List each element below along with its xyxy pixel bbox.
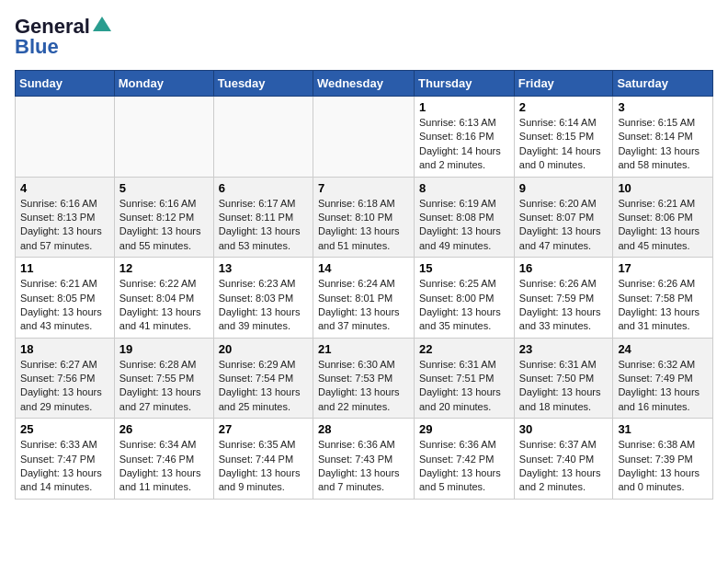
header-day: Sunday [16, 71, 115, 97]
day-info: Sunrise: 6:25 AM Sunset: 8:00 PM Dayligh… [419, 277, 509, 334]
calendar-row: 18Sunrise: 6:27 AM Sunset: 7:56 PM Dayli… [16, 338, 713, 419]
calendar-cell: 12Sunrise: 6:22 AM Sunset: 8:04 PM Dayli… [114, 258, 213, 339]
calendar-row: 4Sunrise: 6:16 AM Sunset: 8:13 PM Daylig… [16, 177, 713, 258]
calendar-cell: 14Sunrise: 6:24 AM Sunset: 8:01 PM Dayli… [313, 258, 414, 339]
day-number: 18 [20, 342, 109, 356]
calendar-cell: 10Sunrise: 6:21 AM Sunset: 8:06 PM Dayli… [613, 177, 713, 258]
calendar-cell: 19Sunrise: 6:28 AM Sunset: 7:55 PM Dayli… [114, 338, 213, 419]
header-day: Thursday [415, 71, 515, 97]
day-info: Sunrise: 6:20 AM Sunset: 8:07 PM Dayligh… [519, 197, 609, 254]
day-info: Sunrise: 6:14 AM Sunset: 8:15 PM Dayligh… [519, 116, 609, 173]
day-info: Sunrise: 6:27 AM Sunset: 7:56 PM Dayligh… [20, 358, 109, 415]
day-info: Sunrise: 6:13 AM Sunset: 8:16 PM Dayligh… [419, 116, 509, 173]
day-number: 9 [519, 181, 609, 195]
day-number: 23 [519, 342, 609, 356]
calendar-cell: 4Sunrise: 6:16 AM Sunset: 8:13 PM Daylig… [16, 177, 115, 258]
day-number: 20 [219, 342, 308, 356]
day-number: 7 [318, 181, 409, 195]
day-info: Sunrise: 6:31 AM Sunset: 7:51 PM Dayligh… [419, 358, 509, 415]
day-info: Sunrise: 6:16 AM Sunset: 8:13 PM Dayligh… [20, 197, 109, 254]
day-info: Sunrise: 6:15 AM Sunset: 8:14 PM Dayligh… [618, 116, 708, 173]
calendar-cell: 16Sunrise: 6:26 AM Sunset: 7:59 PM Dayli… [514, 258, 613, 339]
calendar-cell: 25Sunrise: 6:33 AM Sunset: 7:47 PM Dayli… [16, 419, 115, 500]
day-info: Sunrise: 6:29 AM Sunset: 7:54 PM Dayligh… [219, 358, 308, 415]
day-info: Sunrise: 6:38 AM Sunset: 7:39 PM Dayligh… [618, 438, 708, 495]
header-day: Monday [114, 71, 213, 97]
calendar-cell: 7Sunrise: 6:18 AM Sunset: 8:10 PM Daylig… [313, 177, 414, 258]
header-day: Friday [514, 71, 613, 97]
calendar-row: 25Sunrise: 6:33 AM Sunset: 7:47 PM Dayli… [16, 419, 713, 500]
calendar-cell: 30Sunrise: 6:37 AM Sunset: 7:40 PM Dayli… [514, 419, 613, 500]
day-info: Sunrise: 6:22 AM Sunset: 8:04 PM Dayligh… [119, 277, 209, 334]
day-number: 12 [119, 261, 209, 275]
day-number: 26 [119, 422, 209, 436]
calendar-cell: 11Sunrise: 6:21 AM Sunset: 8:05 PM Dayli… [16, 258, 115, 339]
day-number: 30 [519, 422, 609, 436]
calendar-cell: 15Sunrise: 6:25 AM Sunset: 8:00 PM Dayli… [415, 258, 515, 339]
calendar-cell: 2Sunrise: 6:14 AM Sunset: 8:15 PM Daylig… [514, 97, 613, 178]
header: General Blue [15, 15, 713, 59]
logo: General Blue [15, 15, 112, 59]
logo-icon [92, 15, 112, 35]
day-info: Sunrise: 6:21 AM Sunset: 8:05 PM Dayligh… [20, 277, 109, 334]
day-number: 13 [219, 261, 308, 275]
day-info: Sunrise: 6:17 AM Sunset: 8:11 PM Dayligh… [219, 197, 308, 254]
calendar-cell: 20Sunrise: 6:29 AM Sunset: 7:54 PM Dayli… [213, 338, 313, 419]
day-number: 14 [318, 261, 409, 275]
calendar-cell: 8Sunrise: 6:19 AM Sunset: 8:08 PM Daylig… [415, 177, 515, 258]
header-row: SundayMondayTuesdayWednesdayThursdayFrid… [16, 71, 713, 97]
calendar-cell: 3Sunrise: 6:15 AM Sunset: 8:14 PM Daylig… [613, 97, 713, 178]
calendar-cell: 27Sunrise: 6:35 AM Sunset: 7:44 PM Dayli… [213, 419, 313, 500]
calendar-body: 1Sunrise: 6:13 AM Sunset: 8:16 PM Daylig… [16, 97, 713, 500]
day-info: Sunrise: 6:36 AM Sunset: 7:43 PM Dayligh… [318, 438, 409, 495]
calendar-cell: 28Sunrise: 6:36 AM Sunset: 7:43 PM Dayli… [313, 419, 414, 500]
day-number: 6 [219, 181, 308, 195]
day-number: 3 [618, 100, 708, 114]
day-number: 4 [20, 181, 109, 195]
header-day: Wednesday [313, 71, 414, 97]
calendar-row: 11Sunrise: 6:21 AM Sunset: 8:05 PM Dayli… [16, 258, 713, 339]
day-info: Sunrise: 6:35 AM Sunset: 7:44 PM Dayligh… [219, 438, 308, 495]
calendar-cell [313, 97, 414, 178]
calendar-table: SundayMondayTuesdayWednesdayThursdayFrid… [15, 70, 713, 500]
day-number: 27 [219, 422, 308, 436]
calendar-cell: 21Sunrise: 6:30 AM Sunset: 7:53 PM Dayli… [313, 338, 414, 419]
calendar-cell: 22Sunrise: 6:31 AM Sunset: 7:51 PM Dayli… [415, 338, 515, 419]
calendar-cell: 29Sunrise: 6:36 AM Sunset: 7:42 PM Dayli… [415, 419, 515, 500]
calendar-cell: 6Sunrise: 6:17 AM Sunset: 8:11 PM Daylig… [213, 177, 313, 258]
calendar-cell: 13Sunrise: 6:23 AM Sunset: 8:03 PM Dayli… [213, 258, 313, 339]
day-number: 8 [419, 181, 509, 195]
calendar-cell: 17Sunrise: 6:26 AM Sunset: 7:58 PM Dayli… [613, 258, 713, 339]
day-number: 28 [318, 422, 409, 436]
svg-marker-0 [93, 17, 111, 31]
day-info: Sunrise: 6:31 AM Sunset: 7:50 PM Dayligh… [519, 358, 609, 415]
calendar-cell: 9Sunrise: 6:20 AM Sunset: 8:07 PM Daylig… [514, 177, 613, 258]
logo-blue: Blue [15, 35, 59, 59]
day-info: Sunrise: 6:37 AM Sunset: 7:40 PM Dayligh… [519, 438, 609, 495]
calendar-cell [16, 97, 115, 178]
calendar-cell: 1Sunrise: 6:13 AM Sunset: 8:16 PM Daylig… [415, 97, 515, 178]
day-info: Sunrise: 6:28 AM Sunset: 7:55 PM Dayligh… [119, 358, 209, 415]
day-info: Sunrise: 6:18 AM Sunset: 8:10 PM Dayligh… [318, 197, 409, 254]
calendar-cell: 18Sunrise: 6:27 AM Sunset: 7:56 PM Dayli… [16, 338, 115, 419]
day-info: Sunrise: 6:30 AM Sunset: 7:53 PM Dayligh… [318, 358, 409, 415]
day-info: Sunrise: 6:33 AM Sunset: 7:47 PM Dayligh… [20, 438, 109, 495]
calendar-cell: 24Sunrise: 6:32 AM Sunset: 7:49 PM Dayli… [613, 338, 713, 419]
day-info: Sunrise: 6:23 AM Sunset: 8:03 PM Dayligh… [219, 277, 308, 334]
calendar-cell: 31Sunrise: 6:38 AM Sunset: 7:39 PM Dayli… [613, 419, 713, 500]
day-number: 21 [318, 342, 409, 356]
day-info: Sunrise: 6:24 AM Sunset: 8:01 PM Dayligh… [318, 277, 409, 334]
day-number: 5 [119, 181, 209, 195]
day-info: Sunrise: 6:32 AM Sunset: 7:49 PM Dayligh… [618, 358, 708, 415]
day-number: 19 [119, 342, 209, 356]
header-day: Saturday [613, 71, 713, 97]
calendar-row: 1Sunrise: 6:13 AM Sunset: 8:16 PM Daylig… [16, 97, 713, 178]
day-info: Sunrise: 6:36 AM Sunset: 7:42 PM Dayligh… [419, 438, 509, 495]
calendar-cell: 5Sunrise: 6:16 AM Sunset: 8:12 PM Daylig… [114, 177, 213, 258]
calendar-cell [213, 97, 313, 178]
calendar-cell [114, 97, 213, 178]
calendar-header: SundayMondayTuesdayWednesdayThursdayFrid… [16, 71, 713, 97]
day-number: 16 [519, 261, 609, 275]
day-number: 2 [519, 100, 609, 114]
day-number: 22 [419, 342, 509, 356]
